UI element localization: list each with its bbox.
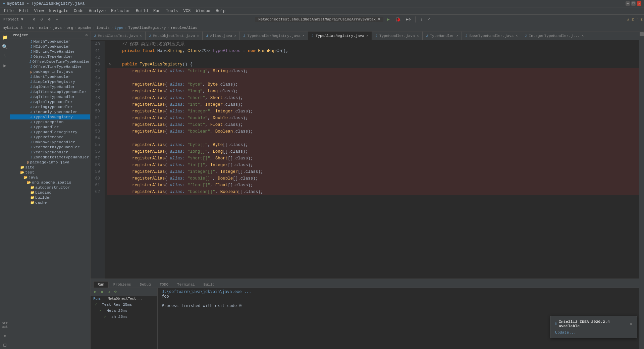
menu-item-refactor[interactable]: Refactor (108, 8, 133, 14)
coverage-button[interactable]: ▶⚙ (404, 16, 413, 22)
menu-item-help[interactable]: Help (213, 8, 228, 14)
bc-type[interactable]: type (114, 26, 123, 30)
tree-item-offsettimetypehandler[interactable]: JOffsetTimeTypeHandler (10, 64, 90, 69)
tree-item-zoneddatetimetypehandler[interactable]: JZonedDateTimeTypeHandler (10, 155, 90, 160)
bc-org[interactable]: org (66, 26, 73, 30)
bc-main[interactable]: main (39, 26, 48, 30)
notification-close[interactable]: ✕ (630, 321, 632, 326)
tab-close-btn[interactable]: × (303, 34, 305, 38)
run-stop-button[interactable]: ◼ (99, 289, 105, 295)
toolbar-project[interactable]: Project ▼ (1, 17, 25, 22)
debug-button[interactable]: 🐞 (393, 16, 403, 23)
menu-item-window[interactable]: Window (193, 8, 213, 14)
bottom-tab-run[interactable]: Run (93, 281, 109, 288)
menu-item-file[interactable]: File (1, 8, 16, 14)
tree-item-package-info.java[interactable]: ppackage-info.java (10, 69, 90, 74)
menu-item-edit[interactable]: Edit (16, 8, 32, 14)
tab-close-btn[interactable]: × (582, 34, 584, 38)
close-button[interactable]: ✕ (637, 1, 641, 6)
toolbar-sync[interactable]: ↺ (39, 16, 45, 22)
run-tree-item-sh-25ms[interactable]: ✓ sh 25ms (91, 313, 157, 319)
tab-close-btn[interactable]: × (456, 34, 458, 38)
run-again-button[interactable]: ▶ (93, 289, 98, 295)
tree-item-typealiasregistry[interactable]: JTypeAliasRegistry (10, 114, 90, 119)
bc-resolve[interactable]: resolveAlias (171, 26, 197, 30)
tree-item-java[interactable]: 📂java (10, 175, 90, 180)
tree-item-builder[interactable]: 📁builder (10, 195, 90, 200)
activity-bottom[interactable]: ◱ (1, 340, 9, 349)
toolbar-build[interactable]: ⚙ (31, 16, 37, 22)
run-tree-item-test-res-25ms[interactable]: ✓ Test Res 25ms (91, 301, 157, 307)
activity-project[interactable]: 📁 (1, 33, 9, 42)
tree-item-offsetdatetimetypehandler[interactable]: JOffsetDateTimeTypeHandler (10, 59, 90, 64)
tree-item-typehandler[interactable]: JTypeHandler (10, 124, 90, 130)
bc-src[interactable]: src (28, 26, 34, 30)
bottom-tab-todo[interactable]: TODO (156, 282, 172, 288)
activity-run[interactable]: ▶ (1, 61, 9, 70)
editor-tab-8[interactable]: JIntegerTypeHandler.j...× (521, 32, 587, 40)
run-button[interactable]: ▶ (385, 16, 391, 23)
tree-item-typeexception[interactable]: JTypeException (10, 119, 90, 124)
tree-item-simpletyperegistry[interactable]: JSimpleTypeRegistry (10, 79, 90, 84)
run-tree-item-meta-25ms[interactable]: ✓ Meta 25ms (91, 307, 157, 313)
activity-vcs[interactable]: ⑂ (1, 52, 9, 60)
editor-tab-6[interactable]: JTypeHandler× (423, 32, 462, 40)
menu-item-build[interactable]: Build (133, 8, 151, 14)
bottom-tab-problems[interactable]: Problems (109, 282, 135, 288)
tab-close-btn[interactable]: × (140, 34, 142, 38)
tree-item-sqltimestamptypehandler[interactable]: JSqlTimestampTypeHandler (10, 89, 90, 94)
toolbar-close[interactable]: — (54, 17, 60, 22)
tree-item-nclobtypehandler[interactable]: JNClobTypeHandler (10, 44, 90, 49)
code-editor[interactable]: 4041424344454647484950515253545556575859… (91, 41, 639, 279)
tree-item-test[interactable]: 📂test (10, 170, 90, 175)
editor-tab-4[interactable]: JTypeAliasRegistry.java× (308, 32, 372, 40)
menu-item-run[interactable]: Run (151, 8, 163, 14)
tree-item-shorttypehandler[interactable]: JShortTypeHandler (10, 74, 90, 79)
tree-item-sqltimetypehandler[interactable]: JSqlTimeTypeHandler (10, 94, 90, 99)
tree-item-yearmonthtypehandler[interactable]: JYearMonthTypeHandler (10, 145, 90, 150)
tab-close-btn[interactable]: × (197, 34, 199, 38)
file-tree-settings[interactable]: ⚙ (85, 33, 88, 37)
editor-tab-0[interactable]: JMetaClassTest.java× (91, 32, 146, 40)
tree-item-cache[interactable]: 📁cache (10, 200, 90, 205)
menu-item-vcs[interactable]: VCS (181, 8, 194, 14)
menu-item-code[interactable]: Code (71, 8, 86, 14)
editor-tab-3[interactable]: JTypeHandlerRegistry.java× (240, 32, 308, 40)
tab-close-btn[interactable]: × (366, 34, 368, 38)
notification-update-link[interactable]: Update... (555, 330, 576, 335)
menu-item-tools[interactable]: Tools (163, 8, 181, 14)
editor-tab-2[interactable]: JAlias.java× (203, 32, 240, 40)
maximize-button[interactable]: □ (631, 1, 636, 6)
tree-item-unknowntypehandler[interactable]: JUnknownTypeHandler (10, 140, 90, 145)
tree-item-binding[interactable]: 📁binding (10, 190, 90, 195)
tree-item-sqldatetypehandler[interactable]: JSqlDateTypeHandler (10, 84, 90, 89)
tree-item-autoconstructor[interactable]: 📁autoconstructor (10, 185, 90, 190)
tree-item-stringtypehandler[interactable]: JStringTypeHandler (10, 104, 90, 109)
tab-close-btn[interactable]: × (417, 34, 419, 38)
tree-item-typehandlerregistry[interactable]: JTypeHandlerRegistry (10, 130, 90, 135)
tab-close-btn[interactable]: × (516, 34, 518, 38)
activity-find[interactable]: 🔍 (1, 42, 9, 51)
code-content[interactable]: // 保存 类型和别名的对应关系 private final Map<Strin… (105, 41, 639, 279)
run-config-selector[interactable]: MetaObjectTest.shouldGetAndSetMapPairUsi… (255, 17, 383, 22)
bc-apache[interactable]: apache (78, 26, 92, 30)
editor-tab-5[interactable]: JTypeHandler.java× (372, 32, 423, 40)
vcs-commit[interactable]: ✓ (426, 16, 432, 22)
tree-item-site[interactable]: 📁site (10, 165, 90, 170)
tree-item-nstringtypehandler[interactable]: JNStringTypeHandler (10, 49, 90, 54)
tree-item-package-info.java[interactable]: ppackage-info.java (10, 160, 90, 165)
tree-item-yeartypehandler[interactable]: JYearTypeHandler (10, 150, 90, 155)
tab-close-btn[interactable]: × (234, 34, 236, 38)
bc-ibatis[interactable]: ibatis (96, 26, 110, 30)
tree-item-org.apache.ibatis[interactable]: 📂org.apache.ibatis (10, 180, 90, 185)
vcs-update[interactable]: ↓ (418, 17, 425, 22)
tree-item-monthtypehandler[interactable]: JMonthTypeHandler (10, 39, 90, 44)
bc-registry[interactable]: TypeAliasRegistry (128, 26, 166, 30)
menu-item-view[interactable]: View (32, 8, 47, 14)
run-rerun-button[interactable]: ↺ (106, 289, 111, 295)
bc-java[interactable]: java (53, 26, 61, 30)
bc-mybatis[interactable]: mybatis-3 (3, 26, 22, 30)
tree-item-timeonlytypehandler[interactable]: JTimeOnlyTypeHandler (10, 109, 90, 114)
editor-tab-7[interactable]: JBaseTypeHandler.java× (462, 32, 521, 40)
editor-tab-1[interactable]: JMetaObjectTest.java× (146, 32, 203, 40)
